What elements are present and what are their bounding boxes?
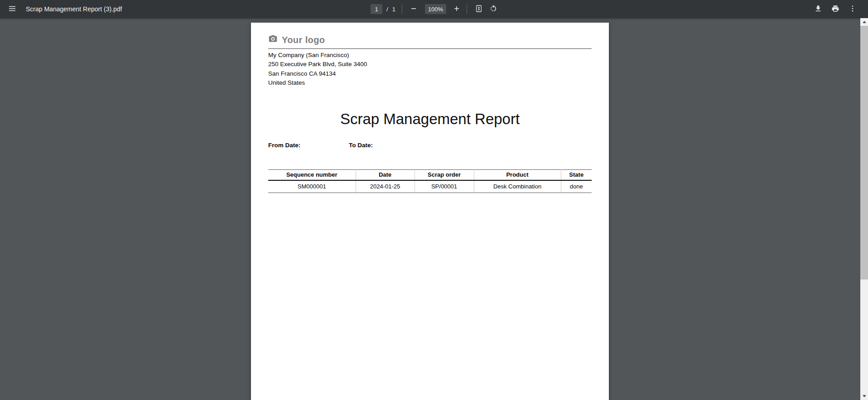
scrollbar-down-button[interactable]: [860, 392, 868, 400]
toolbar-divider: [467, 5, 467, 14]
cell-sequence: SM000001: [268, 180, 356, 193]
table-row: SM000001 2024-01-25 SP/00001 Desk Combin…: [268, 180, 592, 193]
toolbar-left-group: Scrap Management Report (3).pdf: [0, 3, 122, 15]
header-cell-sequence: Sequence number: [268, 170, 356, 180]
company-name: My Company (San Francisco): [268, 51, 367, 60]
cell-date: 2024-01-25: [356, 180, 415, 193]
document-title: Scrap Management Report (3).pdf: [26, 5, 122, 13]
pdf-viewport: Your logo My Company (San Francisco) 250…: [0, 18, 868, 400]
pdf-page-content: Your logo My Company (San Francisco) 250…: [251, 23, 609, 400]
scrollbar-thumb[interactable]: [860, 26, 868, 280]
minus-icon: [410, 5, 417, 13]
page-separator: /: [386, 6, 388, 13]
company-logo: Your logo: [268, 34, 325, 46]
print-icon: [831, 5, 839, 14]
zoom-in-button[interactable]: [451, 3, 462, 15]
plus-icon: [453, 5, 460, 13]
header-divider: [268, 48, 592, 49]
more-options-button[interactable]: [847, 3, 858, 15]
kebab-menu-icon: [849, 5, 857, 14]
triangle-up-icon: [863, 21, 866, 23]
vertical-scrollbar[interactable]: [860, 18, 868, 400]
cell-product: Desk Combination: [474, 180, 561, 193]
camera-icon: [268, 34, 278, 46]
page-total: 1: [392, 6, 395, 13]
header-cell-date: Date: [356, 170, 415, 180]
company-street: 250 Executive Park Blvd, Suite 3400: [268, 60, 367, 69]
cell-scrap-order: SP/00001: [415, 180, 474, 193]
triangle-down-icon: [863, 395, 866, 397]
company-city: San Francisco CA 94134: [268, 69, 367, 78]
toolbar-center-group: / 1 100%: [371, 0, 499, 18]
fit-to-page-button[interactable]: [473, 3, 484, 15]
from-date-label: From Date:: [268, 142, 300, 149]
zoom-level-display: 100%: [425, 4, 446, 14]
toolbar-divider: [402, 5, 402, 14]
company-address-block: My Company (San Francisco) 250 Executive…: [268, 51, 367, 88]
pdf-toolbar: Scrap Management Report (3).pdf / 1 100%: [0, 0, 868, 18]
report-table: Sequence number Date Scrap order Product…: [268, 169, 592, 193]
header-cell-scrap-order: Scrap order: [415, 170, 474, 180]
report-title: Scrap Management Report: [268, 111, 592, 128]
pdf-page: Your logo My Company (San Francisco) 250…: [251, 23, 609, 400]
header-cell-state: State: [561, 170, 592, 180]
hamburger-icon: [8, 5, 16, 14]
download-button[interactable]: [812, 3, 824, 15]
pdf-viewer-window: Scrap Management Report (3).pdf / 1 100%: [0, 0, 868, 400]
cell-state: done: [561, 180, 592, 193]
rotate-counterclockwise-icon: [489, 5, 497, 14]
toolbar-right-group: [812, 0, 858, 18]
zoom-level-value: 100%: [428, 6, 443, 13]
page-number-input[interactable]: [371, 4, 382, 14]
print-button[interactable]: [829, 3, 841, 15]
menu-button[interactable]: [6, 3, 18, 15]
to-date-label: To Date:: [349, 142, 373, 149]
company-country: United States: [268, 78, 367, 87]
header-cell-product: Product: [474, 170, 561, 180]
fit-page-icon: [475, 5, 483, 14]
zoom-out-button[interactable]: [408, 3, 419, 15]
table-header-row: Sequence number Date Scrap order Product…: [268, 170, 592, 180]
scrollbar-up-button[interactable]: [860, 18, 868, 26]
download-icon: [814, 5, 822, 14]
rotate-button[interactable]: [488, 3, 499, 15]
logo-placeholder-text: Your logo: [282, 35, 325, 45]
